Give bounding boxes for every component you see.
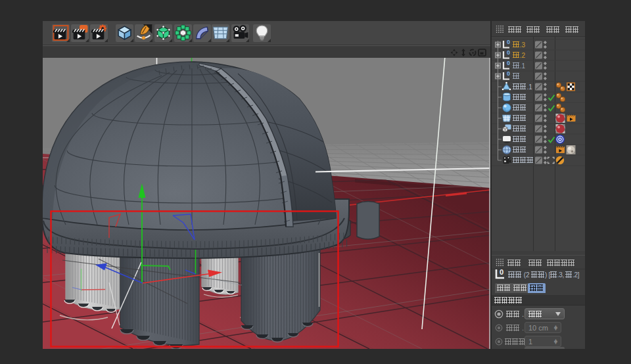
svg-text:0: 0 [507,60,510,66]
svg-text:0: 0 [507,39,510,45]
svg-text:0: 0 [507,49,510,56]
svg-text:0: 0 [507,70,510,77]
svg-text:0: 0 [500,269,503,276]
